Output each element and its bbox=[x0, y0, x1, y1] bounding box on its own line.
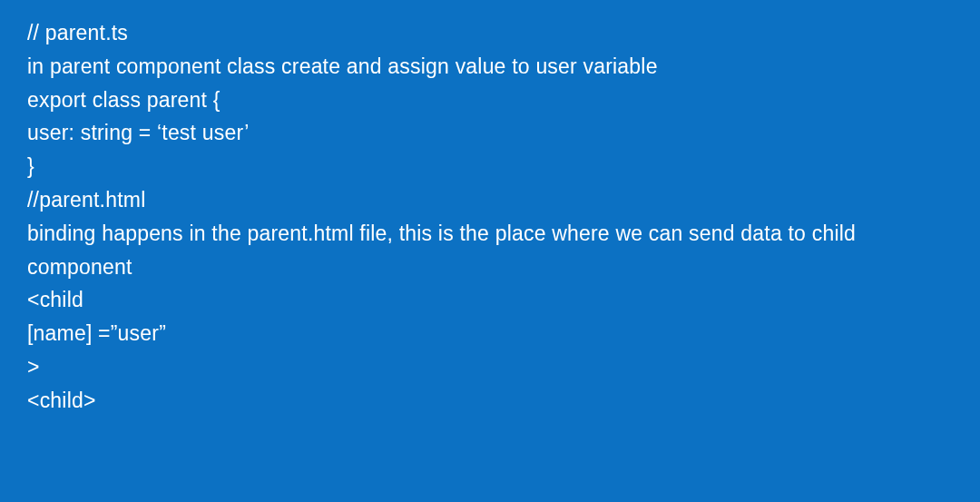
code-line: //parent.html bbox=[27, 183, 953, 217]
code-line: } bbox=[27, 150, 953, 183]
code-snippet-container: // parent.ts in parent component class c… bbox=[27, 16, 953, 418]
code-line: <child bbox=[27, 283, 953, 317]
code-line: // parent.ts bbox=[27, 16, 953, 50]
code-line: user: string = ‘test user’ bbox=[27, 116, 953, 150]
code-line: in parent component class create and ass… bbox=[27, 50, 953, 84]
code-line: <child> bbox=[27, 384, 953, 418]
code-line: export class parent { bbox=[27, 84, 953, 117]
code-line: > bbox=[27, 350, 953, 384]
code-line: binding happens in the parent.html file,… bbox=[27, 217, 953, 284]
code-line: [name] =”user” bbox=[27, 317, 953, 350]
